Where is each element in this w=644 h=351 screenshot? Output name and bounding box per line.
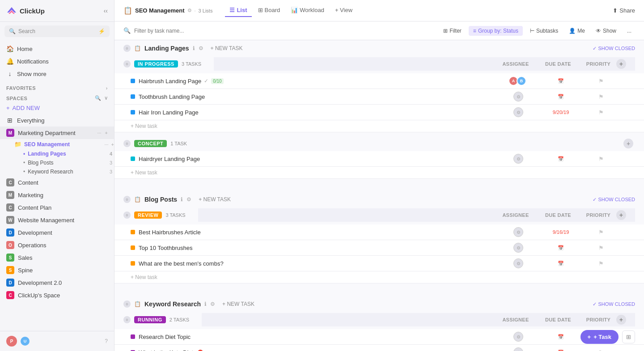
show-closed-keyword[interactable]: ✓ SHOW CLOSED <box>593 301 635 307</box>
show-button[interactable]: 👁 Show <box>592 26 620 36</box>
top-nav-actions: ⬆ Share <box>613 7 635 14</box>
space-sales[interactable]: S Sales <box>0 251 114 264</box>
task-row[interactable]: Toothbrush Landing Page ⚙ 📅 ⚑ <box>114 89 644 105</box>
show-closed-blog[interactable]: ✓ SHOW CLOSED <box>593 197 635 203</box>
more-options-button[interactable]: ... <box>623 26 635 36</box>
collapse-sidebar-icon[interactable]: ‹‹ <box>104 7 108 14</box>
task-row[interactable]: Top 10 Toothbrushes ⚙ 📅 ⚑ <box>114 240 644 256</box>
expand-spaces-icon[interactable]: ∨ <box>104 95 108 101</box>
task-row[interactable]: What are the best men's combs? ⚙ 📅 ⚑ <box>114 256 644 271</box>
settings-icon-blog[interactable]: ⚙ <box>186 196 191 203</box>
search-bar[interactable]: 🔍 Search ⚡ <box>4 25 110 37</box>
new-task-keyword-btn[interactable]: + NEW TASK <box>222 301 254 307</box>
add-column-btn-running[interactable]: + <box>616 315 626 325</box>
settings-icon[interactable]: ⚙ <box>187 8 192 13</box>
tab-add-view[interactable]: + View <box>330 4 357 17</box>
project-subtitle: 3 Lists <box>199 8 213 13</box>
group-icon: ≡ <box>473 28 476 34</box>
filter-input[interactable] <box>134 28 224 34</box>
search-spaces-icon[interactable]: 🔍 <box>95 95 102 101</box>
space-dev2[interactable]: D Development 2.0 <box>0 276 114 289</box>
flag-icon: ⚑ <box>598 109 604 116</box>
keyword-research-title: Keyword Research <box>144 300 201 308</box>
me-button[interactable]: 👤 Me <box>565 26 589 36</box>
table-header: ASSIGNEE DUE DATE PRIORITY + <box>214 57 635 71</box>
collapse-landing-pages[interactable]: ○ <box>123 45 131 52</box>
space-webmgmt[interactable]: W Website Management <box>0 214 114 226</box>
space-marketing[interactable]: M Marketing Department ··· + <box>0 127 114 139</box>
grid-view-button[interactable]: ⊞ <box>622 330 635 343</box>
gear-icon: ⚙ <box>517 334 521 339</box>
task-row[interactable]: Hairdryer Landing Page ⚙ 📅 ⚑ <box>114 151 644 167</box>
sidebar-item-home[interactable]: 🏠 Home <box>0 42 114 55</box>
new-task-row[interactable]: + New task <box>114 167 644 179</box>
space-contentplan[interactable]: C Content Plan <box>0 201 114 214</box>
add-task-button[interactable]: + + Task <box>580 330 619 344</box>
group-by-button[interactable]: ≡ Group by: Status <box>469 26 523 36</box>
due-date-cell: 📅 <box>538 350 583 351</box>
collapse-review[interactable]: ○ <box>123 211 131 219</box>
task-row[interactable]: Hair Iron Landing Page ⚙ 9/20/19 ⚑ <box>114 105 644 120</box>
space-marketing2[interactable]: M Marketing <box>0 189 114 201</box>
collapse-concept[interactable]: ○ <box>123 140 131 147</box>
tab-list[interactable]: ☰ List <box>225 4 251 17</box>
due-date-col-header: DUE DATE <box>536 61 580 67</box>
help-icon[interactable]: ? <box>105 338 108 344</box>
blog-posts-header-icon: 📋 <box>134 196 141 203</box>
new-task-landing-btn[interactable]: + NEW TASK <box>211 45 243 51</box>
new-task-blog-btn[interactable]: + NEW TASK <box>199 196 231 203</box>
add-column-btn-concept[interactable]: + <box>623 139 633 148</box>
task-row[interactable]: Hairbrush Landing Page ✓ 0/10 A B 📅 <box>114 73 644 89</box>
seo-options[interactable]: ··· <box>104 142 108 147</box>
add-to-marketing-icon[interactable]: + <box>105 130 108 135</box>
list-blog-posts: ○ 📋 Blog Posts ℹ ⚙ + NEW TASK ✓ SHOW CLO… <box>114 191 644 283</box>
share-button[interactable]: ⬆ Share <box>613 7 635 14</box>
tab-board[interactable]: ⊞ Board <box>254 4 285 17</box>
sidebar-item-everything[interactable]: ⊞ Everything <box>0 114 114 127</box>
user-avatar[interactable]: P <box>6 336 17 347</box>
show-closed-landing[interactable]: ✓ SHOW CLOSED <box>593 46 635 51</box>
space-spine[interactable]: S Spine <box>0 264 114 276</box>
sidebar-item-seo[interactable]: 📁 SEO Management ··· + <box>0 139 114 149</box>
sidebar-item-show-more[interactable]: ↓ Show more <box>0 68 114 80</box>
collapse-running[interactable]: ○ <box>123 316 131 323</box>
info-icon-blog: ℹ <box>181 196 183 203</box>
logo[interactable]: ClickUp <box>6 5 45 16</box>
bottom-bar: + + Task ⊞ <box>580 330 635 344</box>
filter-button[interactable]: ⊞ Filter <box>440 26 465 36</box>
sidebar-item-notifications[interactable]: 🔔 Notifications <box>0 55 114 68</box>
seo-add[interactable]: + <box>111 142 114 147</box>
review-header: ○ REVIEW 3 TASKS ASSIGNEE DUE DATE PRIOR… <box>114 206 644 224</box>
due-date-cell: 📅 <box>538 78 583 84</box>
space-options-marketing[interactable]: ··· <box>97 130 101 135</box>
running-header: ○ RUNNING 2 TASKS ASSIGNEE DUE DATE PRIO… <box>114 310 644 329</box>
add-column-btn[interactable]: + <box>616 59 626 69</box>
add-column-btn-review[interactable]: + <box>616 210 626 220</box>
tab-workload[interactable]: 📊 Workload <box>286 4 329 17</box>
space-dev[interactable]: D Development <box>0 226 114 239</box>
space-ops[interactable]: O Operations <box>0 239 114 251</box>
space-content[interactable]: C Content <box>0 176 114 189</box>
collapse-keyword-research[interactable]: ○ <box>123 300 131 308</box>
sidebar-list-landing-pages[interactable]: • Landing Pages 4 <box>0 149 114 158</box>
collapse-in-progress[interactable]: ○ <box>123 60 131 68</box>
new-task-row[interactable]: + New task <box>114 120 644 132</box>
settings-icon-keyword[interactable]: ⚙ <box>210 301 215 307</box>
keyword-research-header-icon: 📋 <box>134 301 141 307</box>
priority-cell: ⚑ <box>583 229 619 236</box>
task-row[interactable]: Best Hairbrushes Article ⚙ 9/16/19 ⚑ <box>114 224 644 240</box>
subtasks-button[interactable]: ⊢ Subtasks <box>526 26 562 36</box>
task-row[interactable]: Research Diet Topic ⚙ 📅 ⚑ <box>114 329 644 345</box>
space-clickup[interactable]: C ClickUp's Space <box>0 289 114 301</box>
sidebar-list-blog-posts[interactable]: • Blog Posts 3 <box>0 158 114 167</box>
settings-icon-landing[interactable]: ⚙ <box>199 45 203 51</box>
collapse-blog-posts[interactable]: ○ <box>123 196 131 203</box>
seo-label: SEO Management <box>24 141 70 148</box>
sidebar-list-keyword-research[interactable]: • Keyword Research 3 <box>0 167 114 176</box>
task-row[interactable]: What is the Keto Diet ⚙ 📅 ⚑ <box>114 345 644 351</box>
filter-search-icon: 🔍 <box>123 27 131 34</box>
add-new-button[interactable]: + ADD NEW <box>0 102 114 114</box>
new-task-row[interactable]: + New task <box>114 271 644 283</box>
home-icon: 🏠 <box>6 45 13 52</box>
spaces-label: SPACES 🔍 ∨ <box>0 92 114 102</box>
